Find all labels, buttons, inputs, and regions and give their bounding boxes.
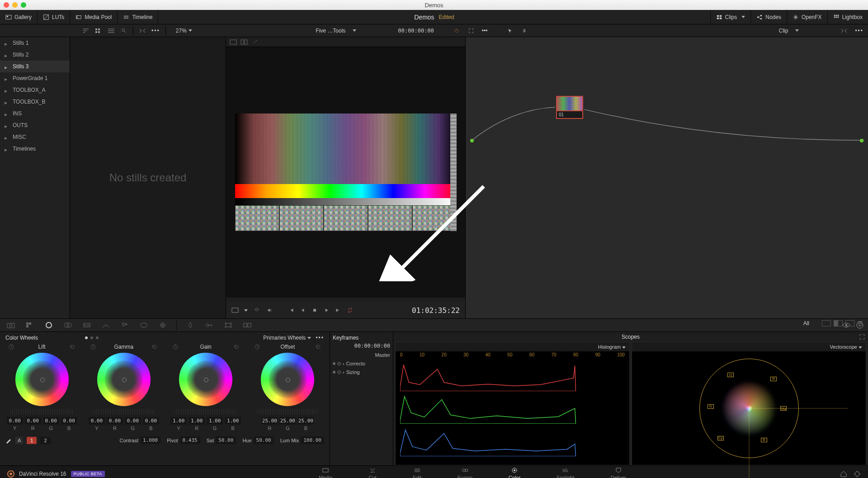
magic-wand-icon[interactable]	[251, 39, 259, 45]
mac-zoom[interactable]	[21, 2, 26, 8]
viewer-canvas[interactable]	[226, 47, 465, 298]
viewer-scrubber[interactable]	[226, 298, 465, 302]
histogram-label[interactable]: Histogram	[598, 344, 626, 350]
search-icon[interactable]	[120, 28, 127, 33]
clip-mode[interactable]: Clip	[779, 28, 788, 34]
reset-icon[interactable]	[233, 344, 240, 350]
prev-clip-icon[interactable]	[288, 308, 295, 313]
gallery-item[interactable]: ▸MISC	[0, 131, 70, 143]
picker-icon[interactable]	[172, 344, 179, 350]
view-mode-icon[interactable]	[231, 308, 239, 313]
clips-tab[interactable]: Clips	[710, 10, 751, 24]
grid-view-icon[interactable]	[95, 28, 102, 33]
sizing-icon[interactable]	[222, 320, 235, 330]
page-tab-fusion[interactable]: Fusion	[448, 466, 481, 478]
graph-output[interactable]	[860, 139, 863, 142]
picker-icon[interactable]	[90, 344, 96, 350]
gallery-item[interactable]: ▸Stills 1	[0, 37, 70, 49]
contrast-field[interactable]: Contrast1.000	[119, 436, 160, 444]
wheel-value[interactable]: 0.00	[125, 417, 141, 425]
wheel-value[interactable]: 0.00	[107, 417, 123, 425]
list-view-icon[interactable]	[108, 28, 115, 33]
kf-track[interactable]: ◇›Sizing	[333, 368, 390, 376]
reset-icon[interactable]	[151, 344, 158, 350]
play-icon[interactable]	[323, 308, 330, 313]
vectorscope-label[interactable]: Vectorscope	[830, 344, 862, 350]
page-tab-deliver[interactable]: Deliver	[602, 466, 635, 478]
zoom-level[interactable]: 27%	[176, 28, 192, 34]
wheel-value[interactable]: 25.00	[279, 417, 296, 425]
openfx-tab[interactable]: OpenFX	[787, 10, 827, 24]
more-icon[interactable]: •••	[151, 28, 160, 34]
auto-balance-icon[interactable]: A	[15, 437, 23, 444]
curves-icon[interactable]	[99, 320, 112, 330]
wheel-value[interactable]: 0.00	[61, 417, 77, 425]
wheel-value[interactable]: 0.00	[25, 417, 41, 425]
color-wheel[interactable]	[97, 353, 151, 406]
mac-close[interactable]	[4, 2, 9, 8]
node-graph[interactable]: 01	[466, 37, 868, 318]
pivot-field[interactable]: Pivot0.435	[167, 436, 200, 444]
jog-wheel[interactable]	[174, 409, 237, 414]
audio-icon[interactable]	[266, 308, 273, 313]
clip-name[interactable]: Five …Tools	[316, 28, 345, 34]
project-settings-icon[interactable]	[854, 470, 861, 478]
wheel-page-dots[interactable]	[85, 336, 99, 339]
color-match-icon[interactable]	[24, 320, 36, 330]
gallery-item[interactable]: ▸TOOLBOX_B	[0, 96, 70, 108]
gallery-item[interactable]: ▸Stills 3	[0, 61, 70, 72]
single-view-icon[interactable]	[230, 39, 237, 45]
more-icon-2[interactable]: •••	[482, 28, 488, 34]
wheel-value[interactable]: 25.00	[261, 417, 278, 425]
fullscreen-icon[interactable]	[467, 28, 475, 33]
wheel-value[interactable]: 1.00	[189, 417, 205, 425]
wheel-value[interactable]: 1.00	[207, 417, 223, 425]
page-tab-edit[interactable]: Edit	[404, 466, 430, 478]
next-clip-icon[interactable]	[335, 308, 342, 313]
home-icon[interactable]	[840, 470, 847, 478]
mac-minimize[interactable]	[12, 2, 18, 8]
stereo-icon[interactable]	[241, 320, 254, 330]
gallery-item[interactable]: ▸OUTS	[0, 119, 70, 131]
page-2-btn[interactable]: 2	[40, 437, 50, 444]
page-tab-media[interactable]: Media	[310, 466, 341, 478]
wheel-value[interactable]: 0.00	[89, 417, 105, 425]
gallery-item[interactable]: ▸PowerGrade 1	[0, 72, 70, 84]
page-tab-color[interactable]: Color	[500, 466, 529, 478]
wheel-value[interactable]: 0.00	[143, 417, 159, 425]
wheel-value[interactable]: 0.00	[43, 417, 59, 425]
overlay-icon[interactable]	[253, 308, 260, 313]
kf-master[interactable]: Master	[375, 352, 390, 358]
reset-icon[interactable]	[69, 344, 75, 350]
gallery-item[interactable]: ▸Stills 2	[0, 49, 70, 61]
wheel-value[interactable]: 0.00	[7, 417, 23, 425]
reset-icon[interactable]	[315, 344, 321, 350]
arrow-tool-icon[interactable]	[506, 28, 514, 33]
tracking-icon[interactable]	[156, 320, 169, 330]
gallery-tab[interactable]: Gallery	[0, 10, 38, 24]
hand-tool-icon[interactable]	[521, 28, 528, 33]
blur-icon[interactable]	[184, 320, 197, 330]
color-wheel[interactable]	[15, 353, 69, 406]
wheel-value[interactable]: 25.00	[297, 417, 314, 425]
picker-icon[interactable]	[254, 344, 260, 350]
timeline-tab[interactable]: Timeline	[118, 10, 158, 24]
loop-icon[interactable]	[346, 308, 354, 313]
rgb-mixer-icon[interactable]	[61, 320, 74, 330]
lummix-field[interactable]: Lum Mix100.00	[280, 436, 324, 444]
gallery-item[interactable]: ▸Timelines	[0, 143, 70, 155]
color-wheel[interactable]	[179, 353, 232, 406]
picker-icon[interactable]	[8, 344, 14, 350]
gallery-item[interactable]: ▸INS	[0, 108, 70, 119]
sat-field[interactable]: Sat50.00	[207, 436, 236, 444]
page-tab-fairlight[interactable]: Fairlight	[547, 466, 583, 478]
jog-wheel[interactable]	[10, 409, 74, 414]
color-node[interactable]: 01	[556, 96, 583, 119]
split-view-icon[interactable]	[241, 39, 248, 45]
camera-raw-icon[interactable]	[5, 320, 17, 330]
nodes-tab[interactable]: Nodes	[750, 10, 787, 24]
key-icon[interactable]	[203, 320, 216, 330]
mediapool-tab[interactable]: Media Pool	[70, 10, 118, 24]
jog-wheel[interactable]	[92, 409, 156, 414]
bypass-icon[interactable]	[453, 28, 460, 33]
